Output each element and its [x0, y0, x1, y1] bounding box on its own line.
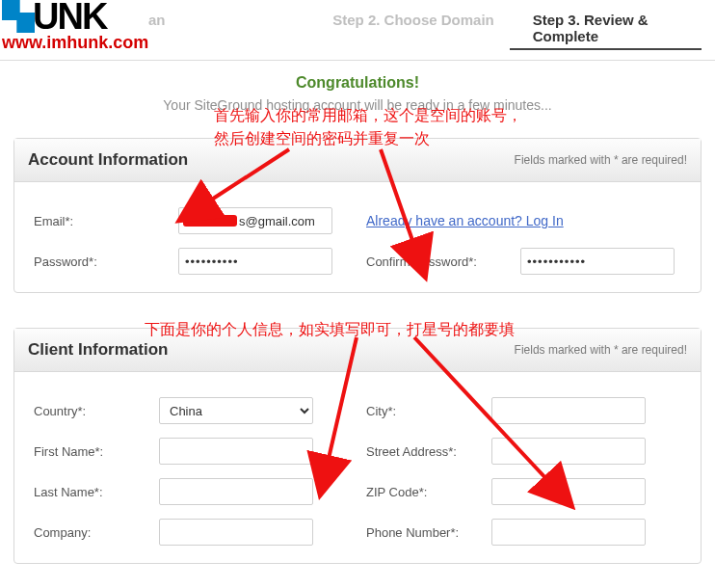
- password-label: Password*:: [34, 254, 178, 269]
- first-name-label: First Name*:: [34, 444, 159, 459]
- redaction-mark: [183, 215, 237, 227]
- confirm-password-field[interactable]: [520, 248, 675, 275]
- zip-field[interactable]: [491, 478, 646, 505]
- password-field[interactable]: [178, 248, 332, 275]
- logo-text: UNK: [33, 0, 106, 37]
- step-2[interactable]: Step 2. Choose Domain: [329, 8, 497, 50]
- country-select[interactable]: China: [159, 397, 313, 424]
- annotation-2: 然后创建空间的密码并重复一次: [214, 129, 430, 149]
- congrats-heading: Congratulations!: [0, 74, 715, 92]
- logo-site: www.imhunk.com: [0, 33, 164, 53]
- account-panel: Account Information Fields marked with *…: [13, 138, 702, 293]
- client-title: Client Information: [28, 340, 168, 360]
- company-label: Company:: [34, 525, 159, 540]
- last-name-field[interactable]: [159, 478, 313, 505]
- account-title: Account Information: [28, 150, 188, 170]
- step-3[interactable]: Step 3. Review & Complete: [510, 8, 702, 50]
- logo-mark: [2, 0, 35, 33]
- confirm-password-label: Confirm Password*:: [366, 254, 520, 269]
- company-field[interactable]: [159, 519, 313, 546]
- city-field[interactable]: [491, 397, 646, 424]
- city-label: City*:: [366, 404, 491, 418]
- annotation-3: 下面是你的个人信息，如实填写即可，打星号的都要填: [145, 320, 515, 340]
- last-name-label: Last Name*:: [34, 485, 159, 499]
- phone-label: Phone Number*:: [366, 525, 491, 540]
- brand-logo: UNK www.imhunk.com: [0, 0, 164, 62]
- client-panel: Client Information Fields marked with * …: [13, 328, 702, 564]
- street-field[interactable]: [491, 438, 646, 465]
- required-note: Fields marked with * are required!: [515, 153, 687, 167]
- street-label: Street Address*:: [366, 444, 491, 459]
- phone-field[interactable]: [491, 519, 646, 546]
- zip-label: ZIP Code*:: [366, 485, 491, 499]
- first-name-field[interactable]: [159, 438, 313, 465]
- annotation-1: 首先输入你的常用邮箱，这个是空间的账号，: [214, 106, 522, 126]
- email-label: Email*:: [34, 214, 178, 228]
- login-link[interactable]: Already have an account? Log In: [366, 213, 564, 228]
- country-label: Country*:: [34, 404, 159, 418]
- required-note-2: Fields marked with * are required!: [515, 343, 687, 357]
